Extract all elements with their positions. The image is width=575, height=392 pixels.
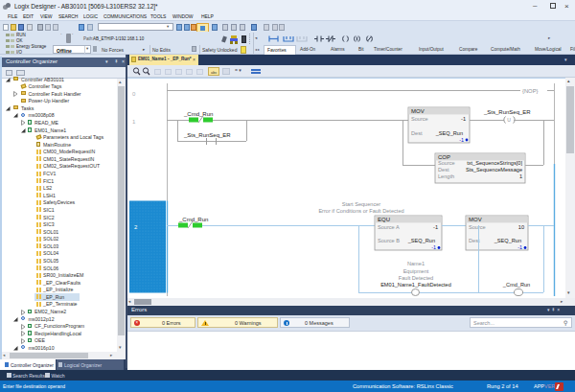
svg-text:-1: -1 (431, 244, 436, 250)
svg-text:-1: -1 (433, 224, 438, 230)
svg-text:EQU: EQU (378, 217, 390, 222)
svg-text:Error if Conditions or Fault D: Error if Conditions or Fault Detected (318, 208, 403, 214)
svg-text:10: 10 (518, 224, 524, 230)
svg-text:EM01_Name1_FaultDetected: EM01_Name1_FaultDetected (380, 282, 451, 288)
svg-text:Name1: Name1 (407, 261, 425, 266)
svg-text:Length: Length (438, 173, 454, 179)
svg-text:_Sts_RunSeq_ER: _Sts_RunSeq_ER (183, 132, 231, 138)
svg-text:Dest: Dest (438, 167, 449, 173)
svg-text:1: 1 (519, 173, 522, 179)
svg-text:_Cmd_Run: _Cmd_Run (183, 111, 213, 117)
svg-text:_Sts_RunSeq_ER: _Sts_RunSeq_ER (483, 109, 531, 115)
svg-text:{NOP}: {NOP} (522, 88, 538, 94)
svg-text:Start Sequencer: Start Sequencer (342, 201, 381, 207)
svg-text:_SEQ_Run: _SEQ_Run (407, 238, 435, 243)
svg-text:Source A: Source A (378, 224, 400, 230)
svg-text:_SEQ_Run: _SEQ_Run (494, 238, 521, 243)
svg-text:1: 1 (132, 119, 136, 125)
svg-text:_Cmd_Run: _Cmd_Run (502, 282, 530, 288)
svg-text:Source B: Source B (378, 238, 400, 243)
svg-text:Source: Source (438, 160, 455, 166)
svg-text:MOV: MOV (469, 217, 482, 222)
svg-text:Equipment: Equipment (403, 268, 429, 274)
svg-text:_Cmd_Run: _Cmd_Run (178, 217, 208, 222)
svg-text:Fault Detected: Fault Detected (399, 275, 433, 281)
svg-text:0: 0 (132, 91, 136, 97)
svg-text:-1: -1 (459, 137, 464, 143)
svg-text:-1: -1 (518, 244, 522, 250)
svg-text:U: U (507, 117, 511, 123)
svg-text:txt_SequenceStrings[0]: txt_SequenceStrings[0] (467, 160, 522, 166)
svg-text:MOV: MOV (411, 108, 425, 114)
svg-text:Dest: Dest (411, 130, 423, 136)
svg-text:Source: Source (411, 116, 428, 122)
svg-text:-1: -1 (461, 116, 466, 122)
svg-text:Sts_SequenceMessage: Sts_SequenceMessage (466, 167, 522, 173)
svg-text:_SEQ_Run: _SEQ_Run (435, 130, 463, 136)
svg-text:Source: Source (469, 224, 486, 230)
